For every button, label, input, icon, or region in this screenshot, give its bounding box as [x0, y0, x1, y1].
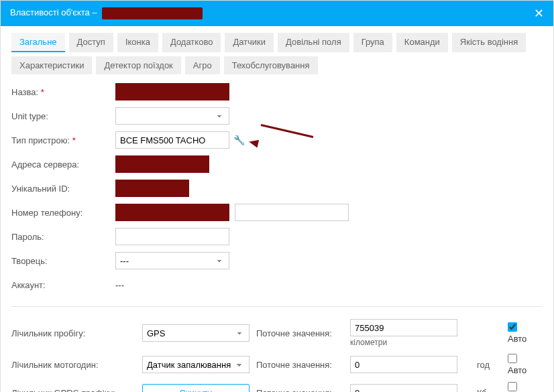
tab-agro[interactable]: Агро — [185, 56, 220, 74]
engine-value-field[interactable] — [350, 356, 457, 373]
mileage-auto-checkbox[interactable] — [508, 322, 517, 332]
title-bar: Властивості об'єкта – ✕ — [1, 1, 553, 26]
label-engine-hours-counter: Лічильник мотогодин: — [11, 360, 142, 370]
mileage-value-field[interactable] — [350, 319, 457, 336]
dialog-title: Властивості об'єкта – — [10, 7, 97, 17]
label-creator: Творець: — [11, 256, 115, 266]
tabs: Загальне Доступ Іконка Додатково Датчики… — [11, 33, 543, 74]
label-account: Аккаунт: — [11, 280, 115, 290]
tab-trip-detector[interactable]: Детектор поїздок — [96, 56, 180, 74]
separator — [11, 306, 543, 307]
device-type-field[interactable] — [115, 131, 229, 149]
annotation-arrow — [253, 133, 313, 147]
tab-maintenance[interactable]: Техобслуговування — [224, 56, 318, 74]
label-phone: Номер телефону: — [11, 208, 115, 218]
tab-general[interactable]: Загальне — [11, 33, 65, 52]
label-password: Пароль: — [11, 232, 115, 242]
label-unique-id: Унікальний ID: — [11, 184, 115, 194]
object-name-redacted — [102, 7, 203, 19]
label-current-value-1: Поточне значення: — [256, 328, 350, 338]
tab-drive-quality[interactable]: Якість водіння — [452, 33, 526, 52]
close-icon[interactable]: ✕ — [534, 7, 544, 19]
unit-type-select[interactable] — [115, 107, 229, 125]
label-unit-type: Unit type: — [11, 111, 115, 121]
name-field[interactable] — [115, 83, 229, 101]
engine-auto-label: Авто — [508, 365, 527, 375]
label-gprs-counter: Лічильник GPRS-трафіку: — [11, 388, 142, 393]
label-device-type: Тип пристрою: — [11, 135, 70, 145]
required-mark: * — [72, 135, 76, 145]
label-mileage-counter: Лічильник пробігу: — [11, 328, 142, 338]
password-field[interactable] — [115, 228, 229, 245]
gprs-auto-checkbox[interactable] — [508, 382, 517, 391]
tab-group[interactable]: Група — [353, 33, 392, 52]
phone-field-1[interactable] — [115, 204, 229, 221]
mileage-method-select[interactable]: GPS — [142, 324, 250, 342]
phone-field-2[interactable] — [235, 204, 349, 221]
label-current-value-2: Поточне значення: — [256, 360, 350, 370]
mileage-auto-label: Авто — [508, 334, 527, 344]
label-server-addr: Адреса сервера: — [11, 159, 115, 170]
engine-method-select[interactable]: Датчик запалювання — [142, 356, 250, 373]
gprs-unit: Кб — [474, 388, 508, 393]
gprs-value-field[interactable] — [350, 384, 457, 392]
label-current-value-3: Поточне значення: — [256, 388, 350, 393]
label-name: Назва: — [11, 87, 38, 97]
unique-id-field[interactable] — [115, 180, 189, 197]
creator-select[interactable]: --- — [115, 252, 229, 269]
engine-auto-checkbox[interactable] — [508, 354, 517, 363]
tab-sensors[interactable]: Датчики — [225, 33, 274, 52]
wrench-icon[interactable]: 🔧 — [233, 135, 245, 145]
reset-button[interactable]: Скинути — [142, 384, 250, 393]
tab-extra[interactable]: Додатково — [162, 33, 221, 52]
tab-access[interactable]: Доступ — [69, 33, 113, 52]
tab-custom-fields[interactable]: Довільні поля — [278, 33, 349, 52]
server-address-field[interactable] — [115, 155, 209, 173]
tab-characteristics[interactable]: Характеристики — [11, 56, 92, 74]
tab-commands[interactable]: Команди — [396, 33, 448, 52]
account-value: --- — [115, 280, 124, 290]
mileage-unit: кілометри — [350, 338, 474, 347]
engine-unit: год — [474, 360, 508, 370]
tab-icon[interactable]: Іконка — [117, 33, 158, 52]
required-mark: * — [41, 87, 44, 97]
